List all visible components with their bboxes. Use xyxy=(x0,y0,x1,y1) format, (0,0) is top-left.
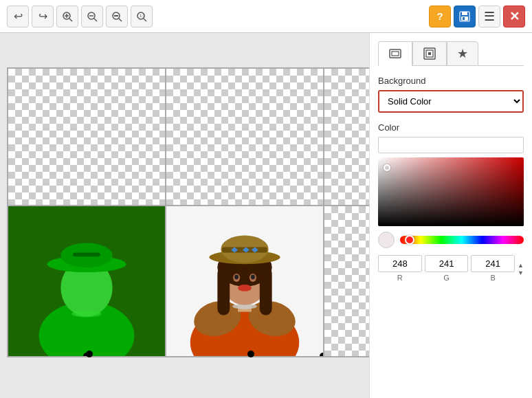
image-grid xyxy=(7,67,369,357)
svg-line-5 xyxy=(94,19,97,21)
zoom-in-icon xyxy=(62,11,73,22)
handle-bottom-center-right[interactable] xyxy=(247,351,254,357)
canvas-cell-green-portrait xyxy=(8,206,166,357)
color-label: Color xyxy=(378,122,524,133)
layers-icon xyxy=(388,47,402,60)
svg-line-11 xyxy=(144,19,146,21)
hue-row xyxy=(378,232,524,248)
zoom-out-button[interactable] xyxy=(81,5,103,27)
zoom-actual-button[interactable]: 1:1 xyxy=(131,5,153,27)
spinner-up[interactable]: ▲ xyxy=(518,263,524,269)
canvas-cell-right xyxy=(324,206,369,357)
zoom-out-icon xyxy=(87,11,98,22)
svg-line-1 xyxy=(69,19,72,21)
color-picker-cursor xyxy=(384,164,390,171)
rgb-b-input[interactable] xyxy=(471,255,515,272)
svg-rect-50 xyxy=(428,52,431,55)
star-icon: ★ xyxy=(457,46,468,61)
background-dropdown-wrapper: Solid Color Gradient Image Transparent xyxy=(378,90,524,113)
spinner-arrows[interactable]: ▲ ▼ xyxy=(518,255,524,282)
background-label: Background xyxy=(378,76,524,86)
toolbar: ↩ ↪ 1:1 ? xyxy=(0,0,532,33)
color-picker-gradient xyxy=(378,157,524,226)
svg-point-44 xyxy=(251,275,255,280)
rgb-b-label: B xyxy=(471,274,515,282)
background-dropdown[interactable]: Solid Color Gradient Image Transparent xyxy=(379,91,522,111)
svg-line-8 xyxy=(119,19,122,21)
hue-thumb xyxy=(405,235,414,245)
undo-button[interactable]: ↩ xyxy=(7,5,29,27)
rgb-g-label: G xyxy=(425,274,469,282)
svg-rect-16 xyxy=(463,17,465,20)
zoom-in-button[interactable] xyxy=(56,5,78,27)
color-hex-input[interactable] xyxy=(378,137,524,153)
rgb-r-input[interactable] xyxy=(378,255,422,272)
rgb-b-field: B xyxy=(471,255,515,282)
canvas-area[interactable] xyxy=(0,33,369,398)
green-portrait-svg xyxy=(8,206,165,356)
panel-tabs: ★ xyxy=(378,41,524,66)
menu-button[interactable]: ☰ xyxy=(478,5,500,27)
spinner-down[interactable]: ▼ xyxy=(518,270,524,276)
right-panel: ★ Background Solid Color Gradient Image … xyxy=(369,33,532,398)
canvas-cell-top-right xyxy=(166,68,324,206)
green-portrait-image xyxy=(8,206,165,356)
svg-rect-9 xyxy=(114,15,118,16)
svg-point-23 xyxy=(71,311,102,318)
canvas-cell-top-left xyxy=(8,68,166,206)
rgb-g-input[interactable] xyxy=(425,255,469,272)
main-area: ★ Background Solid Color Gradient Image … xyxy=(0,33,532,398)
svg-text:1:1: 1:1 xyxy=(140,14,146,18)
hue-slider[interactable] xyxy=(400,236,524,244)
svg-rect-22 xyxy=(73,252,100,256)
svg-rect-14 xyxy=(462,12,467,15)
redo-button[interactable]: ↪ xyxy=(32,5,54,27)
canvas-cell-top-far xyxy=(324,68,369,206)
zoom-fit-button[interactable] xyxy=(106,5,128,27)
rgb-g-field: G xyxy=(425,255,469,282)
color-preview xyxy=(378,232,395,248)
save-button[interactable] xyxy=(454,5,476,27)
svg-rect-33 xyxy=(217,267,230,315)
svg-rect-47 xyxy=(392,52,399,56)
zoom-actual-icon: 1:1 xyxy=(136,11,147,22)
rgb-row: R G B ▲ ▼ xyxy=(378,255,524,282)
rgb-r-label: R xyxy=(378,274,422,282)
help-button[interactable]: ? xyxy=(429,5,451,27)
rgb-r-field: R xyxy=(378,255,422,282)
svg-rect-34 xyxy=(260,267,272,315)
normal-portrait-svg xyxy=(166,206,323,356)
color-picker-area[interactable] xyxy=(378,157,524,226)
tab-layers[interactable] xyxy=(378,41,412,66)
properties-icon xyxy=(423,47,436,60)
save-icon xyxy=(458,10,471,23)
tab-favorites[interactable]: ★ xyxy=(447,41,478,66)
canvas-cell-normal-portrait xyxy=(166,206,324,357)
svg-point-45 xyxy=(238,285,252,291)
svg-point-43 xyxy=(234,275,239,280)
tab-properties[interactable] xyxy=(412,41,447,66)
zoom-fit-icon xyxy=(111,11,122,22)
close-button[interactable]: ✕ xyxy=(503,5,525,27)
handle-bottom-center-left[interactable] xyxy=(86,351,93,357)
